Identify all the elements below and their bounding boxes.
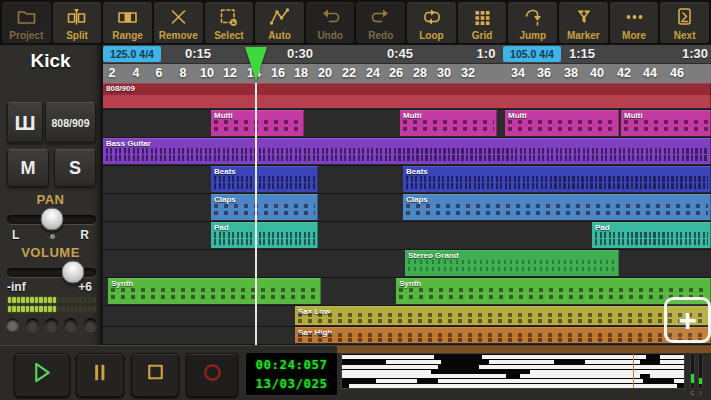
toolbar-button-label: Auto <box>268 30 291 41</box>
meter-segment <box>75 297 78 303</box>
toolbar-button-split[interactable]: Split <box>53 2 102 43</box>
tempo-marker-badge[interactable]: 105.0 4/4 <box>503 46 561 62</box>
pan-slider-thumb[interactable] <box>40 208 63 231</box>
toolbar-button-marker[interactable]: Marker <box>559 2 608 43</box>
clip-claps[interactable]: Claps <box>211 194 318 220</box>
pan-right-label: R <box>80 228 89 242</box>
clip-sax-high[interactable]: Sax High <box>295 327 711 343</box>
page-dot[interactable] <box>45 318 58 331</box>
pause-button[interactable] <box>76 353 124 397</box>
time-label: 1:15 <box>569 46 595 61</box>
toolbar-button-undo[interactable]: Undo <box>306 2 355 43</box>
timeline-beat-ruler[interactable]: 2468101214161820222426283032343638404244… <box>103 64 711 83</box>
clip-bass-guitar[interactable]: Bass Guitar <box>103 138 711 164</box>
meter-segment <box>39 306 42 312</box>
meter-segment <box>70 306 73 312</box>
record-button[interactable] <box>186 353 238 397</box>
clip-pad[interactable]: Pad <box>211 222 318 248</box>
clip-beats[interactable]: Beats <box>403 166 711 192</box>
overview-track-segment <box>674 379 684 383</box>
clip-multi[interactable]: Multi <box>211 110 304 136</box>
instrument-preset-button[interactable]: 808/909 <box>45 102 96 143</box>
time-label: 0:30 <box>287 46 313 61</box>
meter-segment <box>88 297 91 303</box>
toolbar-button-select[interactable]: Select <box>205 2 254 43</box>
arrangement-overview[interactable] <box>341 353 685 389</box>
clip-synth[interactable]: Synth <box>396 278 711 304</box>
clip-synth[interactable]: Synth <box>108 278 321 304</box>
bar-position-readout: 13/03/025 <box>255 374 327 393</box>
meter-segment <box>26 297 29 303</box>
beat-number: 12 <box>223 66 237 80</box>
page-dot[interactable] <box>84 318 97 331</box>
tempo-marker-badge[interactable]: 125.0 4/4 <box>103 46 161 62</box>
overview-track-segment <box>585 360 640 364</box>
time-label: 0:45 <box>387 46 413 61</box>
overview-track-segment <box>520 374 640 378</box>
overview-track-segment <box>438 379 513 383</box>
toolbar-button-next[interactable]: Next <box>660 2 709 43</box>
toolbar-button-label: Jump <box>519 30 546 41</box>
clip-notes-pattern <box>214 239 315 245</box>
play-button[interactable] <box>14 353 70 397</box>
clip-pad[interactable]: Pad <box>592 222 711 248</box>
meter-segment <box>44 306 47 312</box>
time-display: 00:24:057 13/03/025 <box>245 352 338 396</box>
stop-icon <box>142 360 169 390</box>
next-icon <box>673 5 696 29</box>
clip-sax-low[interactable]: Sax Low <box>295 306 711 325</box>
meter-segment <box>70 297 73 303</box>
toolbar-button-range[interactable]: Range <box>103 2 152 43</box>
record-icon <box>199 360 226 390</box>
clip-claps[interactable]: Claps <box>403 194 711 220</box>
beat-number: 2 <box>109 66 116 80</box>
meter-segment <box>66 306 69 312</box>
clip-notes-pattern <box>298 319 708 323</box>
page-dot[interactable] <box>6 318 19 331</box>
toolbar-button-remove[interactable]: Remove <box>154 2 203 43</box>
meter-segment <box>79 297 82 303</box>
toolbar-button-label: Marker <box>567 30 600 41</box>
meter-segment <box>39 297 42 303</box>
time-label: 1:0 <box>477 46 496 61</box>
meter-segment <box>17 297 20 303</box>
automation-icon <box>268 5 291 29</box>
clip-beats[interactable]: Beats <box>211 166 318 192</box>
toolbar-button-jump[interactable]: Jump <box>508 2 557 43</box>
toolbar-button-auto[interactable]: Auto <box>255 2 304 43</box>
beat-number: 22 <box>342 66 356 80</box>
drum-machine-button[interactable]: Ш <box>7 102 43 143</box>
clip-label: Multi <box>214 111 233 120</box>
clip-multi[interactable]: Multi <box>400 110 497 136</box>
clip-notes-pattern <box>399 295 708 299</box>
clip-label: 808/909 <box>106 84 135 93</box>
clip-label: Multi <box>508 111 527 120</box>
page-dot[interactable] <box>26 318 39 331</box>
mute-button[interactable]: M <box>7 149 49 187</box>
clip-multi[interactable]: Multi <box>621 110 711 136</box>
page-dot[interactable] <box>64 318 77 331</box>
clip-notes-pattern <box>111 288 318 292</box>
solo-button[interactable]: S <box>54 149 96 187</box>
folder-icon <box>15 5 38 29</box>
meter-segment <box>79 306 82 312</box>
meter-segment <box>35 306 38 312</box>
beat-number: 8 <box>180 66 187 80</box>
clip-label: Pad <box>214 223 229 232</box>
toolbar-button-redo[interactable]: Redo <box>356 2 405 43</box>
arrangement-area: 0:150:300:451:01:151:30125.0 4/4105.0 4/… <box>103 45 711 345</box>
output-mini-meter <box>690 353 695 389</box>
clip-multi[interactable]: Multi <box>505 110 619 136</box>
stop-button[interactable] <box>131 353 179 397</box>
playhead-marker[interactable] <box>245 47 267 81</box>
overview-track-segment <box>650 374 684 378</box>
toolbar-button-grid[interactable]: Grid <box>458 2 507 43</box>
toolbar-button-loop[interactable]: Loop <box>407 2 456 43</box>
zoom-plus-overlay-button[interactable]: + <box>664 297 711 343</box>
clip-notes-pattern <box>406 204 708 208</box>
toolbar-button-project[interactable]: Project <box>2 2 51 43</box>
clip-808-909[interactable]: 808/909 <box>103 83 711 108</box>
timeline-time-ruler[interactable]: 0:150:300:451:01:151:30125.0 4/4105.0 4/… <box>103 45 711 64</box>
toolbar-button-more[interactable]: More <box>610 2 659 43</box>
clip-stereo-grand[interactable]: Stereo Grand <box>405 250 619 276</box>
